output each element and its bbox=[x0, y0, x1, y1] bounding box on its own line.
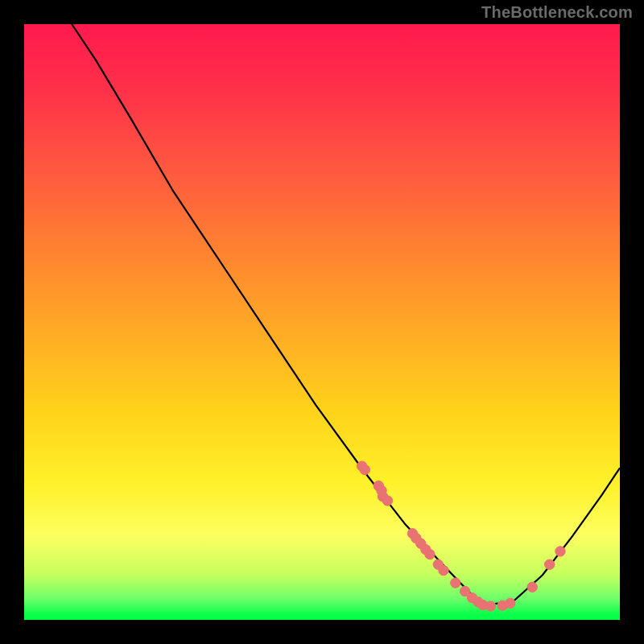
dot-group bbox=[357, 461, 565, 611]
data-point bbox=[360, 464, 369, 474]
chart-gradient-area bbox=[24, 24, 620, 620]
data-point bbox=[545, 559, 555, 569]
data-point bbox=[439, 565, 448, 575]
data-point bbox=[555, 547, 565, 556]
data-point bbox=[485, 601, 495, 611]
data-point bbox=[527, 582, 537, 592]
bottleneck-curve bbox=[72, 24, 620, 605]
chart-frame: TheBottleneck.com bbox=[0, 0, 644, 644]
chart-overlay bbox=[24, 24, 620, 620]
watermark-text: TheBottleneck.com bbox=[481, 3, 633, 22]
data-point bbox=[451, 578, 460, 588]
data-point bbox=[382, 496, 392, 506]
data-point bbox=[425, 549, 435, 559]
data-point bbox=[506, 598, 515, 608]
